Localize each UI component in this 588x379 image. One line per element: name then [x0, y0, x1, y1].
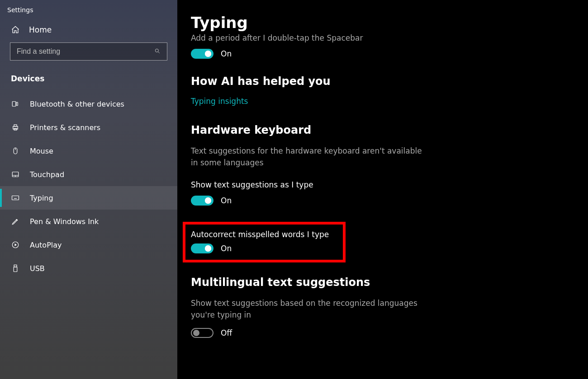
spacebar-toggle[interactable] — [191, 49, 213, 59]
touchpad-icon — [11, 170, 20, 179]
spacebar-toggle-state: On — [221, 49, 232, 58]
sidebar-item-usb[interactable]: USB — [0, 257, 177, 280]
mouse-icon — [11, 146, 20, 155]
sidebar-item-touchpad[interactable]: Touchpad — [0, 163, 177, 186]
svg-rect-3 — [13, 126, 18, 129]
spacebar-setting-label: Add a period after I double-tap the Spac… — [191, 33, 588, 42]
sidebar-section-label: Devices — [0, 68, 177, 92]
annotation-highlight: Autocorrect misspelled words I type On — [183, 222, 346, 262]
svg-rect-4 — [14, 125, 17, 126]
sidebar-item-label: Pen & Windows Ink — [30, 217, 99, 226]
sidebar-item-label: Mouse — [30, 147, 53, 155]
autocorrect-toggle[interactable] — [191, 243, 213, 253]
typing-insights-link[interactable]: Typing insights — [191, 97, 248, 106]
hardware-keyboard-desc: Text suggestions for the hardware keyboa… — [191, 145, 426, 168]
autocorrect-toggle-state: On — [221, 244, 232, 253]
keyboard-icon — [11, 193, 20, 202]
search-icon — [154, 48, 161, 56]
home-icon — [11, 25, 20, 34]
sidebar-item-mouse[interactable]: Mouse — [0, 139, 177, 163]
sidebar-item-label: Touchpad — [30, 170, 64, 179]
sidebar-item-label: Printers & scanners — [30, 123, 100, 132]
sidebar-item-autoplay[interactable]: AutoPlay — [0, 233, 177, 257]
sidebar-item-bluetooth[interactable]: Bluetooth & other devices — [0, 92, 177, 116]
sidebar-item-pen[interactable]: Pen & Windows Ink — [0, 210, 177, 233]
main-content: Typing Add a period after I double-tap t… — [177, 0, 588, 379]
sidebar-item-typing[interactable]: Typing — [0, 186, 177, 210]
page-title: Typing — [191, 14, 588, 32]
sidebar-item-printers[interactable]: Printers & scanners — [0, 116, 177, 139]
sidebar-nav: Bluetooth & other devices Printers & sca… — [0, 92, 177, 280]
search-box[interactable] — [10, 42, 167, 61]
nav-home-label: Home — [29, 25, 52, 34]
show-suggestions-toggle-state: On — [221, 196, 232, 205]
multilingual-desc: Show text suggestions based on the recog… — [191, 298, 426, 321]
sidebar-item-label: AutoPlay — [30, 241, 62, 249]
ai-heading: How AI has helped you — [191, 75, 588, 88]
svg-rect-1 — [12, 102, 16, 107]
multilingual-toggle[interactable] — [191, 328, 213, 338]
show-suggestions-label: Show text suggestions as I type — [191, 180, 588, 189]
search-input[interactable] — [17, 47, 154, 56]
bluetooth-icon — [11, 99, 20, 108]
multilingual-toggle-state: Off — [221, 328, 232, 337]
multilingual-heading: Multilingual text suggestions — [191, 276, 588, 289]
svg-point-0 — [155, 49, 158, 52]
usb-icon — [11, 264, 20, 273]
show-suggestions-toggle[interactable] — [191, 196, 213, 206]
sidebar-item-label: Typing — [30, 194, 53, 202]
svg-rect-11 — [14, 267, 17, 272]
svg-rect-10 — [14, 265, 17, 267]
window-title: Settings — [0, 0, 177, 17]
autocorrect-label: Autocorrect misspelled words I type — [191, 230, 337, 239]
search-container — [0, 42, 177, 68]
printer-icon — [11, 123, 20, 132]
sidebar: Settings Home Devices Bluetooth & other … — [0, 0, 177, 379]
hardware-keyboard-heading: Hardware keyboard — [191, 124, 588, 136]
svg-rect-8 — [12, 196, 19, 200]
sidebar-item-label: Bluetooth & other devices — [30, 100, 124, 108]
autoplay-icon — [11, 240, 20, 249]
svg-rect-2 — [16, 102, 18, 106]
sidebar-item-label: USB — [30, 264, 45, 273]
pen-icon — [11, 217, 20, 226]
nav-home[interactable]: Home — [0, 17, 177, 42]
